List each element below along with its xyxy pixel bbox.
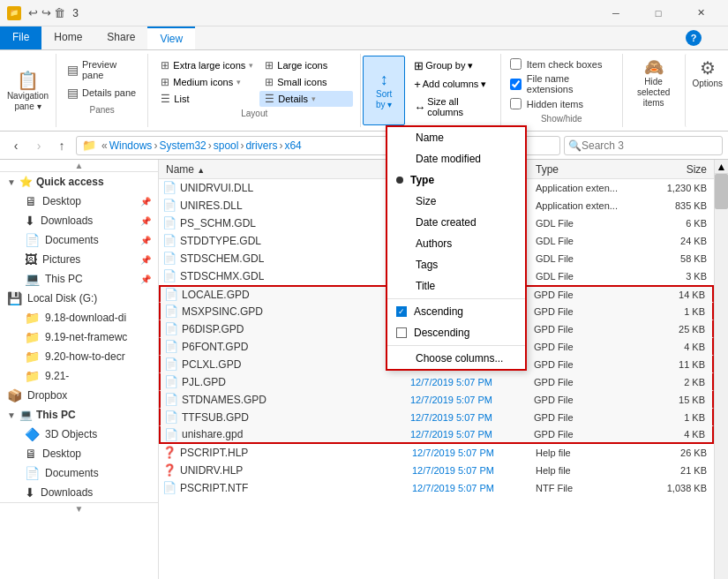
- details-pane-button[interactable]: ▤ Details pane: [64, 84, 140, 102]
- size-columns-icon: ↔: [414, 101, 425, 114]
- small-icons-button[interactable]: ⊞ Small icons: [259, 74, 353, 90]
- sort-ascending[interactable]: ✓ Ascending: [387, 301, 525, 322]
- sidebar-item-thispc-qa[interactable]: 💻 This PC 📌: [0, 269, 158, 289]
- extra-large-icons-button[interactable]: ⊞ Extra large icons ▾: [155, 57, 259, 73]
- add-columns-button[interactable]: + Add columns ▾: [410, 76, 497, 93]
- path-system32[interactable]: System32: [159, 139, 206, 152]
- sidebar-item-3d-objects[interactable]: 🔷 3D Objects: [0, 425, 158, 444]
- file-modified: 12/7/2019 5:07 PM: [403, 412, 527, 423]
- column-name[interactable]: Name ▲: [159, 163, 405, 176]
- table-row[interactable]: 📄 PSCRIPT.NTF 12/7/2019 5:07 PM NTF File…: [159, 479, 714, 497]
- sidebar-item-dropbox[interactable]: 📦 Dropbox: [0, 386, 158, 405]
- tab-view[interactable]: View: [147, 26, 195, 49]
- help-button[interactable]: ?: [686, 30, 702, 46]
- sidebar-item-documents-pc[interactable]: 📄 Documents: [0, 463, 158, 483]
- tab-share[interactable]: Share: [94, 26, 147, 49]
- file-name-cell: 📄 P6DISP.GPD: [161, 322, 403, 335]
- forward-button[interactable]: ›: [28, 135, 49, 156]
- sidebar-item-921[interactable]: 📁 9.21-: [0, 366, 158, 386]
- folder-920-label: 9.20-how-to-decr: [45, 350, 125, 363]
- file-modified: 12/7/2019 5:07 PM: [405, 483, 529, 493]
- sort-descending[interactable]: Descending: [387, 322, 525, 343]
- navigation-pane-button[interactable]: 📋 Navigationpane ▾: [0, 54, 56, 127]
- sidebar-item-desktop-qa[interactable]: 🖥 Desktop 📌: [0, 192, 158, 211]
- column-type[interactable]: Type: [529, 163, 643, 176]
- sidebar-item-918[interactable]: 📁 9.18-download-di: [0, 308, 158, 327]
- folder-icon: 📁: [7, 6, 21, 20]
- sidebar-item-919[interactable]: 📁 9.19-net-framewc: [0, 327, 158, 347]
- sidebar-item-local-disk-g[interactable]: 💾 Local Disk (G:): [0, 289, 158, 308]
- details-button[interactable]: ☰ Details ▾: [259, 91, 353, 107]
- quick-access-arrow: ▼: [7, 177, 16, 187]
- choose-columns[interactable]: Choose columns...: [387, 348, 525, 369]
- file-extensions-checkbox[interactable]: [510, 79, 522, 90]
- back-button[interactable]: ‹: [5, 135, 26, 156]
- options-button[interactable]: ⚙ Options: [685, 54, 728, 127]
- item-checkboxes-toggle[interactable]: Item check boxes: [508, 57, 615, 71]
- search-box[interactable]: 🔍: [564, 136, 723, 155]
- pictures-icon: 🖼: [25, 252, 37, 267]
- sort-by-type[interactable]: Type: [387, 169, 525, 191]
- sidebar-scroll-down[interactable]: ▼: [0, 502, 158, 515]
- hidden-items-checkbox[interactable]: [510, 98, 522, 109]
- scroll-up-arrow[interactable]: ▲: [715, 160, 728, 174]
- table-row[interactable]: 📄 PJL.GPD 12/7/2019 5:07 PM GPD File 2 K…: [159, 373, 714, 391]
- sort-by-name[interactable]: Name: [387, 127, 525, 148]
- sort-by-tags[interactable]: Tags: [387, 254, 525, 275]
- close-button[interactable]: ✕: [680, 0, 721, 26]
- quick-access-header[interactable]: ▼ ⭐ Quick access: [0, 172, 158, 192]
- sort-by-authors[interactable]: Authors: [387, 233, 525, 254]
- sort-by-date-created[interactable]: Date created: [387, 212, 525, 233]
- scroll-thumb[interactable]: [715, 174, 728, 209]
- path-x64[interactable]: x64: [284, 139, 301, 152]
- local-disk-label: Local Disk (G:): [27, 292, 97, 305]
- list-button[interactable]: ☰ List: [155, 91, 259, 107]
- vertical-scrollbar[interactable]: ▲ ▼: [714, 160, 728, 579]
- table-row[interactable]: ❓ UNIDRV.HLP 12/7/2019 5:07 PM Help file…: [159, 462, 714, 479]
- size-all-columns-button[interactable]: ↔ Size all columns: [410, 94, 497, 119]
- nav-buttons: ‹ › ↑: [5, 135, 72, 156]
- sort-by-date-modified[interactable]: Date modified: [387, 148, 525, 169]
- path-drivers[interactable]: drivers: [245, 139, 277, 152]
- scroll-track[interactable]: [715, 174, 728, 579]
- sidebar-item-documents-qa[interactable]: 📄 Documents 📌: [0, 230, 158, 250]
- large-icons-button[interactable]: ⊞ Large icons: [259, 57, 353, 73]
- table-row[interactable]: ❓ PSCRIPT.HLP 12/7/2019 5:07 PM Help fil…: [159, 444, 714, 462]
- path-windows[interactable]: Windows: [109, 139, 153, 152]
- sidebar-scroll-up[interactable]: ▲: [0, 160, 158, 172]
- file-type: GDL File: [529, 236, 643, 246]
- hidden-items-toggle[interactable]: Hidden items: [508, 97, 615, 110]
- column-size[interactable]: Size: [643, 163, 714, 176]
- ascending-checkmark: ✓: [398, 307, 405, 316]
- minimize-button[interactable]: ─: [596, 0, 636, 26]
- sort-by-button[interactable]: ↕ Sortby ▾: [363, 56, 405, 125]
- path-spool[interactable]: spool: [214, 139, 239, 152]
- sidebar-item-920[interactable]: 📁 9.20-how-to-decr: [0, 347, 158, 366]
- file-extensions-toggle[interactable]: File name extensions: [508, 72, 615, 95]
- tab-home[interactable]: Home: [41, 26, 94, 49]
- sort-by-title[interactable]: Title: [387, 275, 525, 297]
- nav-pane-label: Navigationpane ▾: [7, 91, 49, 112]
- up-button[interactable]: ↑: [51, 135, 72, 156]
- medium-icons-button[interactable]: ⊞ Medium icons ▾: [155, 74, 259, 90]
- options-icon: ⚙: [700, 57, 716, 79]
- sidebar-item-downloads-qa[interactable]: ⬇ Downloads 📌: [0, 211, 158, 230]
- table-row[interactable]: 📄 TTFSUB.GPD 12/7/2019 5:07 PM GPD File …: [159, 409, 714, 426]
- item-checkboxes-checkbox[interactable]: [510, 58, 522, 70]
- hide-selected-button[interactable]: 🙈 Hide selecteditems: [623, 54, 685, 127]
- sidebar-item-downloads-pc[interactable]: ⬇ Downloads: [0, 483, 158, 502]
- sidebar-item-desktop-pc[interactable]: 🖥 Desktop: [0, 444, 158, 463]
- file-type-icon: 📄: [164, 305, 178, 318]
- group-by-button[interactable]: ⊞ Group by ▾: [410, 57, 497, 74]
- sidebar-item-pictures-qa[interactable]: 🖼 Pictures 📌: [0, 250, 158, 269]
- maximize-button[interactable]: □: [638, 0, 679, 26]
- sort-by-size[interactable]: Size: [387, 191, 525, 212]
- table-row[interactable]: 📄 STDNAMES.GPD 12/7/2019 5:07 PM GPD Fil…: [159, 391, 714, 409]
- file-type-icon: 📄: [162, 199, 176, 212]
- table-row[interactable]: 📄 unishare.gpd 12/7/2019 5:07 PM GPD Fil…: [159, 426, 714, 444]
- search-input[interactable]: [582, 139, 718, 152]
- preview-pane-button[interactable]: ▤ Preview pane: [64, 57, 140, 82]
- tab-file[interactable]: File: [0, 26, 41, 49]
- folder-path-icon: 📁: [82, 139, 96, 152]
- this-pc-header[interactable]: ▼ 💻 This PC: [0, 405, 158, 425]
